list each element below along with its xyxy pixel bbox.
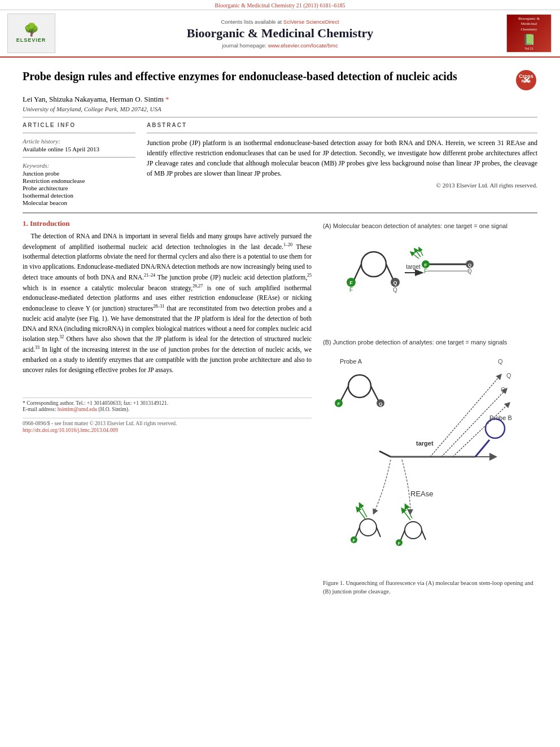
svg-line-46 (441, 389, 506, 457)
svg-text:Q: Q (468, 263, 471, 268)
svg-text:REAse: REAse (410, 490, 433, 498)
svg-text:F: F (424, 268, 427, 274)
divider-keywords (23, 157, 135, 158)
crossmark-icon: ✕ Cross Mark (516, 70, 536, 90)
journal-logo-right: Bioorganic &MedicinalChemistry 📗 Vol 21 (504, 14, 554, 53)
svg-line-58 (357, 508, 365, 519)
history-label: Article history: (23, 138, 135, 145)
corresponding-note: * Corresponding author. Tel.: +1 3014050… (23, 400, 312, 406)
svg-text:F: F (425, 263, 427, 268)
intro-title: Introduction (30, 219, 70, 228)
intro-text: The detection of RNA and DNA is importan… (23, 231, 312, 375)
abstract-text: Junction probe (JP) platform is an isoth… (147, 138, 537, 178)
homepage-label: journal homepage: (222, 42, 266, 49)
elsevier-logo-left: 🌳 ELSEVIER (6, 14, 56, 53)
citation-text: Bioorganic & Medicinal Chemistry 21 (201… (215, 2, 345, 8)
svg-point-27 (348, 375, 371, 397)
intro-number: 1. (23, 219, 28, 228)
email-label: E-mail address: (23, 407, 56, 412)
keywords-list: Junction probe Restriction endonuclease … (23, 170, 135, 206)
sciverse-text: Contents lists available at (221, 19, 282, 25)
svg-text:Mark: Mark (522, 79, 531, 83)
affiliation: University of Maryland, College Park, MD… (23, 106, 537, 112)
keyword-1: Junction probe (23, 170, 135, 177)
divider-body (23, 212, 537, 213)
svg-line-50 (377, 527, 380, 537)
keyword-3: Probe architecture (23, 185, 135, 191)
email-address[interactable]: hsintim@umd.edu (58, 407, 97, 412)
svg-point-53 (405, 522, 422, 539)
doi-link[interactable]: http://dx.doi.org/10.1016/j.bmc.2013.04.… (23, 427, 312, 433)
svg-text:F: F (349, 287, 353, 293)
svg-point-44 (485, 419, 505, 438)
svg-line-60 (402, 509, 410, 520)
svg-text:Q: Q (379, 401, 382, 407)
copyright-footer: 0968-0896/$ - see front matter © 2013 El… (23, 421, 312, 426)
figure-b-diagram: Probe A F Q Q Q Q (323, 347, 537, 575)
body-section: 1. Introduction The detection of RNA and… (23, 219, 537, 596)
svg-line-43 (475, 440, 489, 457)
keyword-5: Molecular beacon (23, 199, 135, 206)
svg-text:Q: Q (393, 287, 397, 293)
svg-line-5 (354, 264, 361, 280)
corresponding-star: * (165, 95, 169, 103)
introduction-col: 1. Introduction The detection of RNA and… (23, 219, 312, 596)
elsevier-box: 🌳 ELSEVIER (7, 14, 55, 53)
svg-text:F: F (338, 401, 340, 407)
svg-text:F: F (349, 280, 353, 286)
svg-line-54 (401, 530, 405, 540)
abstract-copyright: © 2013 Elsevier Ltd. All rights reserved… (147, 182, 537, 189)
svg-line-42 (379, 451, 391, 457)
email-person: (H.O. Sintim). (98, 407, 129, 412)
authors: Lei Yan, Shizuka Nakayama, Herman O. Sin… (23, 95, 537, 104)
elsevier-tree-icon: 🌳 (24, 24, 39, 36)
figure-section: (A) Molecular beacon detection of analyt… (323, 222, 537, 596)
article-info-col: ARTICLE INFO Article history: Available … (23, 122, 135, 207)
figure-col: (A) Molecular beacon detection of analyt… (323, 219, 537, 596)
svg-line-55 (422, 530, 426, 540)
svg-point-48 (360, 519, 377, 536)
divider-abstract (147, 133, 537, 133)
article-info-label: ARTICLE INFO (23, 122, 135, 128)
divider-1 (23, 117, 537, 117)
footer-section: 0968-0896/$ - see front matter © 2013 El… (23, 418, 312, 433)
sciverse-line: Contents lists available at SciVerse Sci… (61, 19, 499, 25)
svg-text:Q: Q (501, 386, 506, 393)
elsevier-label: ELSEVIER (16, 37, 46, 43)
divider-info (23, 133, 135, 133)
crossmark-badge[interactable]: ✕ Cross Mark (515, 69, 537, 91)
abstract-col: ABSTRACT Junction probe (JP) platform is… (147, 122, 537, 207)
journal-center: Contents lists available at SciVerse Sci… (61, 19, 499, 49)
svg-text:F: F (398, 541, 401, 545)
figure-a-label: (A) Molecular beacon detection of analyt… (323, 222, 537, 229)
svg-line-6 (386, 264, 393, 280)
sciverse-link[interactable]: SciVerse ScienceDirect (283, 19, 339, 25)
history-value: Available online 15 April 2013 (23, 146, 135, 152)
figure-part-b: (B) Junction probe detection of analytes… (323, 339, 537, 575)
journal-cover-image: Bioorganic &MedicinalChemistry 📗 Vol 21 (506, 14, 552, 53)
keyword-4: Isothermal detection (23, 192, 135, 199)
article-title: Probe design rules and effective enzymes… (23, 69, 509, 84)
citation-bar: Bioorganic & Medicinal Chemistry 21 (201… (0, 0, 560, 10)
intro-heading: 1. Introduction (23, 219, 312, 228)
svg-text:target: target (416, 440, 434, 447)
journal-title: Bioorganic & Medicinal Chemistry (61, 26, 499, 41)
keyword-2: Restriction endonuclease (23, 177, 135, 184)
journal-homepage: journal homepage: www.elsevier.com/locat… (61, 42, 499, 49)
svg-text:Q: Q (506, 372, 511, 379)
svg-text:Q: Q (393, 280, 397, 286)
keywords-label: Keywords: (23, 162, 135, 169)
svg-line-29 (371, 386, 378, 400)
svg-text:target: target (406, 264, 421, 270)
article-title-section: Probe design rules and effective enzymes… (23, 69, 537, 91)
svg-line-49 (356, 527, 360, 537)
figure-b-label: (B) Junction probe detection of analytes… (323, 339, 537, 346)
svg-line-59 (360, 504, 367, 517)
svg-text:F: F (353, 539, 356, 543)
author-names: Lei Yan, Shizuka Nakayama, Herman O. Sin… (23, 95, 164, 103)
footnote-section: * Corresponding author. Tel.: +1 3014050… (23, 397, 312, 412)
info-abstract-section: ARTICLE INFO Article history: Available … (23, 122, 537, 207)
email-line: E-mail address: hsintim@umd.edu (H.O. Si… (23, 407, 312, 412)
svg-line-61 (405, 505, 412, 518)
figure-caption: Figure 1. Unquenching of fluorescence vi… (323, 579, 537, 596)
